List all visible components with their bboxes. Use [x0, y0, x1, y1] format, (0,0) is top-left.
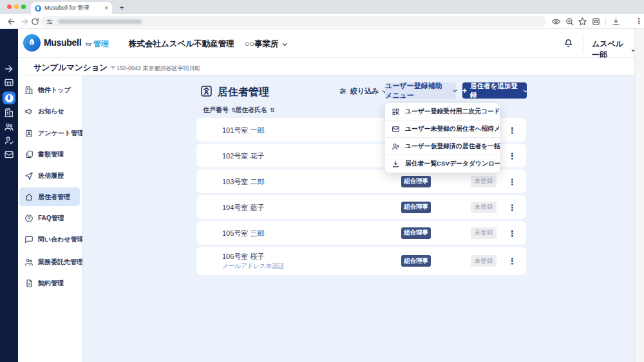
window-minimize-button[interactable]: [14, 5, 19, 9]
sidebar-item-residents[interactable]: 居住者管理: [19, 187, 80, 206]
property-address: 〒150-0042 東京都渋谷区宇田川町: [111, 64, 201, 73]
menu-item-invite-mail[interactable]: ユーザー未登録の居住者へ招待メールを送信: [385, 120, 500, 138]
person-check-icon[interactable]: [4, 135, 14, 146]
column-header-name[interactable]: 居住者氏名 ⇅: [235, 106, 275, 115]
browser-tab-strip: Musubell for 管理 × +: [0, 0, 644, 14]
address-bar[interactable]: [41, 16, 546, 27]
page-title: 居住者管理: [218, 86, 269, 99]
people-icon[interactable]: [4, 122, 14, 132]
filter-label: 絞り込み: [350, 86, 379, 96]
row-menu-icon[interactable]: ⋮: [508, 125, 516, 135]
menu-item-label: ユーザー登録受付用二次元コードの発行: [405, 108, 500, 116]
resident-row[interactable]: 105号室 三郎 組合理事 未登録 ⋮: [196, 221, 526, 245]
status-badge: 未登録: [471, 202, 497, 213]
site-info-icon[interactable]: [46, 18, 53, 26]
person-plus-icon: [392, 142, 400, 151]
add-resident-label: 居住者を追加登録: [470, 82, 520, 100]
menu-item-bulk-register[interactable]: ユーザー仮登録済の居住者を一括本登録: [385, 138, 500, 155]
new-tab-button[interactable]: +: [117, 3, 127, 13]
filter-icon: [339, 87, 347, 95]
sidebar-item-survey[interactable]: アンケート管理: [19, 124, 80, 142]
menu-item-label: ユーザー未登録の居住者へ招待メールを送信: [405, 125, 500, 133]
window-close-button[interactable]: [7, 5, 12, 9]
send-icon: [24, 171, 33, 180]
office-building-icon[interactable]: [4, 108, 14, 118]
filter-control[interactable]: 絞り込み: [339, 86, 386, 96]
column-label: 住戸番号: [203, 106, 229, 115]
role-badge: 組合理事: [401, 202, 431, 213]
contract-icon: [24, 279, 33, 288]
brand-product: 管理: [93, 39, 109, 50]
expand-arrow-icon[interactable]: [4, 64, 14, 74]
sidebar-item-label: 業務委託先管理: [38, 258, 83, 267]
menu-item-csv-download[interactable]: 居住者一覧CSVデータダウンロード: [385, 155, 500, 173]
chevron-down-icon: [282, 41, 287, 46]
back-icon[interactable]: [6, 17, 16, 26]
status-badge: 未登録: [471, 255, 497, 267]
scrollbar-gutter[interactable]: [634, 29, 644, 362]
role-badge: 組合理事: [401, 176, 431, 187]
sidebar-item-inquiries[interactable]: 問い合わせ管理: [19, 230, 80, 249]
row-menu-icon[interactable]: ⋮: [508, 176, 516, 186]
sidebar-item-label: 書類管理: [38, 150, 64, 159]
sidebar-item-notices[interactable]: お知らせ: [19, 102, 80, 120]
user-menu[interactable]: ムスベル 一郎: [592, 39, 634, 61]
column-label: 居住者氏名: [235, 106, 267, 115]
row-menu-icon[interactable]: ⋮: [508, 151, 516, 160]
notification-bell-icon[interactable]: [562, 37, 574, 49]
zoom-icon[interactable]: [565, 17, 574, 26]
sidebar-item-contractors[interactable]: 業務委託先管理: [19, 252, 80, 271]
sidebar-item-send-history[interactable]: 送信履歴: [19, 166, 80, 185]
brand-name: Musubell: [44, 37, 81, 48]
resident-name: 101号室 一郎: [222, 125, 264, 135]
tab-close-icon[interactable]: ×: [104, 5, 108, 12]
row-menu-icon[interactable]: ⋮: [508, 202, 516, 212]
helper-menu-dropdown: ユーザー登録受付用二次元コードの発行 ユーザー未登録の居住者へ招待メールを送信 …: [385, 103, 500, 173]
bookmark-star-icon[interactable]: [578, 17, 587, 26]
property-name: サンプルマンション: [33, 62, 108, 73]
resident-name: 104号室 藍子: [222, 202, 264, 212]
tab-title: Musubell for 管理: [44, 4, 101, 12]
row-menu-icon[interactable]: ⋮: [508, 256, 516, 266]
browser-tab[interactable]: Musubell for 管理 ×: [31, 2, 112, 14]
user-registration-helper-menu-button[interactable]: ユーザー登録補助メニュー: [385, 82, 456, 99]
sidebar-item-property-top[interactable]: 物件トップ: [19, 81, 80, 99]
forward-icon[interactable]: [20, 17, 30, 26]
chevron-down-icon: [453, 88, 457, 92]
sidebar-item-documents[interactable]: 書類管理: [19, 145, 80, 164]
resident-name: 103号室 二郎: [222, 176, 264, 186]
home-icon: [24, 193, 33, 202]
add-resident-button[interactable]: + 居住者を追加登録: [462, 82, 527, 99]
reload-icon[interactable]: [30, 17, 40, 26]
download-icon: [392, 160, 400, 168]
active-app-tile[interactable]: [3, 91, 15, 104]
sidebar-item-label: FAQ管理: [38, 214, 64, 223]
mail-icon[interactable]: [4, 149, 14, 160]
tab-groups-icon[interactable]: [591, 17, 601, 26]
window-maximize-button[interactable]: [21, 5, 26, 9]
download-icon[interactable]: [611, 17, 621, 26]
chat-icon: [24, 235, 33, 244]
user-name: ムスベル 一郎: [592, 39, 628, 61]
documents-icon: [24, 150, 33, 159]
sidebar-item-label: 送信履歴: [38, 171, 64, 180]
menu-item-qr-code-issue[interactable]: ユーザー登録受付用二次元コードの発行: [385, 103, 500, 120]
sort-icon[interactable]: ⇅: [270, 107, 275, 113]
email-unverified-note: メールアドレス未認証: [222, 262, 284, 271]
residents-icon: [200, 84, 213, 98]
column-header-unit[interactable]: 住戸番号 ⇅: [203, 106, 236, 115]
sidebar-item-label: 契約管理: [38, 279, 64, 288]
sidebar-item-faq[interactable]: FAQ管理: [19, 209, 80, 227]
property-bar: サンプルマンション 〒150-0042 東京都渋谷区宇田川町: [18, 58, 634, 75]
sidebar-item-contracts[interactable]: 契約管理: [19, 274, 80, 292]
row-menu-icon[interactable]: ⋮: [508, 228, 516, 238]
office-selector[interactable]: ○○事業所: [245, 39, 286, 50]
main-content: 居住者管理 絞り込み ユーザー登録補助メニュー + 居住者を追加登録 住戸番号 …: [82, 75, 634, 362]
resident-row[interactable]: 104号室 藍子 組合理事 未登録 ⋮: [196, 195, 526, 219]
grid-icon[interactable]: [4, 77, 14, 88]
password-manager-icon[interactable]: [551, 17, 561, 26]
brand-for: for: [86, 42, 91, 46]
resident-row[interactable]: 103号室 二郎 組合理事 未登録 ⋮: [196, 169, 526, 193]
resident-row[interactable]: 106号室 桜子 メールアドレス未認証 組合理事 未登録 ⋮: [196, 247, 526, 275]
browser-menu-icon[interactable]: ⋮: [635, 17, 643, 26]
